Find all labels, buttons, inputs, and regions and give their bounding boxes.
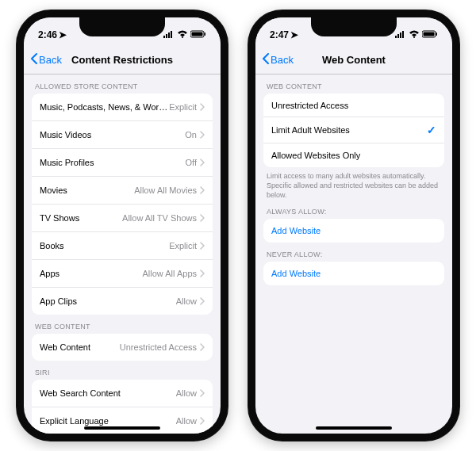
row-label: Explicit Language [40, 416, 176, 426]
svg-rect-7 [205, 32, 206, 36]
status-time: 2:47 [270, 29, 289, 40]
screen-left: 2:46 ➤ Back Cont [24, 17, 221, 434]
section-header-web: WEB CONTENT [255, 75, 452, 94]
row-label: Apps [40, 269, 143, 278]
cell-group-web: Unrestricted Access Limit Adult Websites… [263, 94, 444, 167]
row-value: Allow All TV Shows [122, 213, 197, 223]
row-limit-adult[interactable]: Limit Adult Websites ✓ [263, 117, 444, 143]
section-header-always: ALWAYS ALLOW: [255, 200, 452, 219]
chevron-right-icon [200, 100, 205, 114]
cell-group-never: Add Website [263, 262, 444, 285]
battery-icon [190, 29, 206, 40]
row-movies[interactable]: Movies Allow All Movies [32, 177, 213, 204]
row-label: Add Website [271, 269, 321, 278]
section-header-never: NEVER ALLOW: [255, 243, 452, 262]
home-indicator[interactable] [316, 426, 392, 430]
row-tv-shows[interactable]: TV Shows Allow All TV Shows [32, 204, 213, 232]
cell-group-always: Add Website [263, 219, 444, 243]
nav-bar: Back Web Content [255, 46, 452, 75]
section-header-web: WEB CONTENT [24, 315, 221, 334]
row-music-profiles[interactable]: Music Profiles Off [32, 149, 213, 177]
row-web-content[interactable]: Web Content Unrestricted Access [32, 334, 213, 361]
chevron-right-icon [200, 294, 205, 308]
row-value: Explicit [169, 241, 197, 250]
chevron-right-icon [200, 386, 205, 400]
svg-rect-15 [436, 32, 438, 36]
row-books[interactable]: Books Explicit [32, 232, 213, 260]
signal-icon [163, 29, 175, 40]
wifi-icon [409, 29, 420, 40]
row-label: Books [40, 241, 169, 250]
row-unrestricted[interactable]: Unrestricted Access [263, 94, 444, 117]
chevron-left-icon [262, 53, 269, 67]
section-header-siri: SIRI [24, 361, 221, 380]
svg-rect-14 [424, 32, 435, 36]
svg-rect-6 [192, 32, 203, 36]
cell-group-store: Music, Podcasts, News, & Workouts Explic… [32, 94, 213, 315]
chevron-right-icon [200, 183, 205, 197]
cell-group-web: Web Content Unrestricted Access [32, 334, 213, 361]
row-label: Music, Podcasts, News, & Workouts [40, 102, 169, 112]
location-icon: ➤ [59, 29, 67, 40]
page-title: Content Restrictions [71, 54, 173, 66]
svg-rect-10 [400, 32, 401, 38]
chevron-right-icon [200, 266, 205, 281]
phone-frame-left: 2:46 ➤ Back Cont [16, 10, 228, 441]
row-apps[interactable]: Apps Allow All Apps [32, 260, 213, 288]
wifi-icon [177, 29, 188, 40]
row-app-clips[interactable]: App Clips Allow [32, 288, 213, 315]
row-allowed-only[interactable]: Allowed Websites Only [263, 143, 444, 167]
row-label: Allowed Websites Only [271, 151, 436, 160]
notch [79, 17, 165, 36]
location-icon: ➤ [290, 29, 298, 40]
svg-rect-3 [171, 31, 172, 38]
status-time: 2:46 [38, 29, 57, 40]
row-label: Movies [40, 185, 134, 195]
svg-point-4 [182, 36, 183, 38]
svg-point-12 [413, 36, 415, 38]
row-value: Allow [176, 296, 197, 306]
svg-rect-0 [163, 36, 165, 38]
row-web-search[interactable]: Web Search Content Allow [32, 380, 213, 407]
svg-rect-8 [395, 36, 397, 38]
cell-group-siri: Web Search Content Allow Explicit Langua… [32, 380, 213, 434]
home-indicator[interactable] [84, 426, 160, 430]
screen-right: 2:47 ➤ Back Web [255, 17, 452, 434]
row-add-website-never[interactable]: Add Website [263, 262, 444, 285]
content-left[interactable]: ALLOWED STORE CONTENT Music, Podcasts, N… [24, 75, 221, 434]
chevron-right-icon [200, 414, 205, 428]
chevron-right-icon [200, 239, 205, 253]
row-label: Limit Adult Websites [271, 125, 427, 135]
row-add-website-allow[interactable]: Add Website [263, 219, 444, 243]
section-header-store: ALLOWED STORE CONTENT [24, 75, 221, 94]
back-button[interactable]: Back [30, 53, 62, 67]
back-button[interactable]: Back [262, 53, 294, 67]
check-icon: ✓ [427, 124, 436, 136]
row-label: Web Search Content [40, 388, 176, 398]
row-value: Off [186, 158, 197, 167]
row-value: Allow All Movies [134, 185, 197, 195]
row-value: Unrestricted Access [120, 342, 197, 352]
row-label: Add Website [271, 226, 321, 235]
content-right[interactable]: WEB CONTENT Unrestricted Access Limit Ad… [255, 75, 452, 434]
svg-rect-9 [397, 34, 399, 38]
row-value: On [185, 130, 197, 140]
row-music-videos[interactable]: Music Videos On [32, 121, 213, 149]
row-value: Allow [176, 416, 197, 426]
notch [311, 17, 397, 36]
row-value: Allow All Apps [143, 269, 197, 278]
section-footer-web: Limit access to many adult websites auto… [255, 167, 452, 200]
chevron-right-icon [200, 155, 205, 170]
row-label: Music Profiles [40, 158, 186, 167]
row-label: Music Videos [40, 130, 185, 140]
row-explicit-language[interactable]: Explicit Language Allow [32, 407, 213, 434]
svg-rect-2 [168, 32, 170, 38]
phone-frame-right: 2:47 ➤ Back Web [248, 10, 460, 441]
chevron-right-icon [200, 340, 205, 354]
row-music-podcasts[interactable]: Music, Podcasts, News, & Workouts Explic… [32, 94, 213, 121]
battery-icon [422, 29, 438, 40]
signal-icon [395, 29, 406, 40]
row-label: Web Content [40, 342, 120, 352]
chevron-right-icon [200, 211, 205, 225]
page-title: Web Content [322, 54, 386, 66]
